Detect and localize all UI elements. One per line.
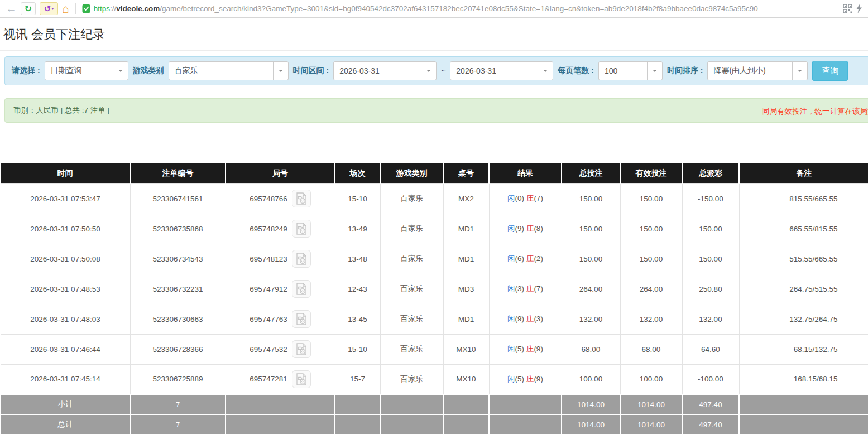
chevron-down-icon[interactable] bbox=[273, 62, 288, 80]
video-replay-button[interactable] bbox=[292, 220, 311, 238]
home-icon[interactable]: ⌂ bbox=[62, 2, 69, 16]
cell-bet-id: 523306732231 bbox=[130, 274, 226, 304]
video-record-icon bbox=[296, 313, 307, 325]
qr-code-icon[interactable] bbox=[843, 4, 852, 13]
cell-round: 695747281 bbox=[226, 364, 335, 394]
cell-session: 15-10 bbox=[335, 334, 380, 364]
chevron-down-icon[interactable] bbox=[647, 62, 662, 80]
cell-valid-bet: 68.00 bbox=[620, 334, 682, 364]
cell-time: 2026-03-31 07:50:08 bbox=[1, 244, 130, 274]
cell-round: 695747912 bbox=[226, 274, 335, 304]
chevron-down-icon[interactable] bbox=[113, 62, 128, 80]
cell-payout: 132.00 bbox=[682, 304, 739, 334]
cell-result: 闲(3) 庄(7) bbox=[489, 274, 562, 304]
lightning-icon[interactable] bbox=[856, 4, 862, 13]
date-range-label: 时间区间 : bbox=[293, 66, 329, 76]
round-number: 695747281 bbox=[250, 375, 287, 383]
cell-result: 闲(9) 庄(3) bbox=[489, 304, 562, 334]
date-from-select[interactable]: 2026-03-31 bbox=[333, 61, 437, 80]
cell-game-type: 百家乐 bbox=[380, 334, 443, 364]
address-bar[interactable]: https://videoie.com/game/betrecord_searc… bbox=[82, 2, 840, 16]
sort-order-select[interactable]: 降幂(由大到小) bbox=[707, 61, 808, 80]
cell-bet-id: 523306734543 bbox=[130, 244, 226, 274]
subtotal-total-bet: 1014.00 bbox=[562, 394, 620, 414]
search-button[interactable]: 查询 bbox=[812, 61, 848, 81]
video-replay-button[interactable] bbox=[292, 280, 311, 298]
page-size-select[interactable]: 100 bbox=[598, 61, 663, 80]
round-number: 695748249 bbox=[250, 225, 287, 233]
cell-total-bet: 150.00 bbox=[562, 244, 620, 274]
cell-session: 13-49 bbox=[335, 214, 380, 244]
round-number: 695747912 bbox=[250, 285, 287, 293]
video-record-icon bbox=[296, 192, 307, 205]
sort-order-label: 时间排序 : bbox=[667, 66, 703, 76]
video-record-icon bbox=[296, 373, 307, 385]
video-replay-button[interactable] bbox=[292, 340, 311, 358]
filter-bar: 请选择 : 日期查询 游戏类别 百家乐 时间区间 : 2026-03-31 ~ … bbox=[4, 56, 868, 85]
cell-round: 695748249 bbox=[226, 214, 335, 244]
subtotal-label: 小计 bbox=[1, 394, 130, 414]
video-replay-button[interactable] bbox=[292, 310, 311, 328]
cell-payout: 250.80 bbox=[682, 274, 739, 304]
result-banker: 庄 bbox=[526, 375, 534, 383]
header-valid-bet: 有效投注 bbox=[620, 163, 682, 183]
cell-session: 13-48 bbox=[335, 244, 380, 274]
page-title: 视讯 会员下注纪录 bbox=[3, 26, 868, 43]
cell-game-type: 百家乐 bbox=[380, 304, 443, 334]
chevron-down-icon[interactable] bbox=[538, 62, 553, 80]
chevron-down-icon[interactable] bbox=[421, 62, 436, 80]
table-header: 时间 注单编号 局号 场次 游戏类别 桌号 结果 总投注 有效投注 总派彩 备注 bbox=[1, 163, 868, 183]
cell-session: 13-45 bbox=[335, 304, 380, 334]
cell-game-type: 百家乐 bbox=[380, 274, 443, 304]
total-row: 总计 7 1014.00 1014.00 497.40 bbox=[1, 414, 868, 434]
summary-bar: 币别：人民币 | 总共 :7 注单 | 同局有效投注，统一计算在该局第一笔注单 bbox=[4, 98, 868, 123]
cell-remark: 68.15/132.75 bbox=[739, 334, 868, 364]
cell-result: 闲(6) 庄(2) bbox=[489, 244, 562, 274]
date-to-select[interactable]: 2026-03-31 bbox=[450, 61, 553, 80]
subtotal-payout: 497.40 bbox=[682, 394, 739, 414]
cell-game-type: 百家乐 bbox=[380, 214, 443, 244]
currency-total-summary: 币别：人民币 | 总共 :7 注单 | bbox=[13, 105, 109, 115]
cell-total-bet: 264.00 bbox=[562, 274, 620, 304]
undo-icon[interactable]: ↺▾ bbox=[40, 2, 58, 15]
result-player: 闲 bbox=[507, 194, 515, 202]
cell-payout: -100.00 bbox=[682, 364, 739, 394]
table-row: 2026-03-31 07:53:47 523306741561 6957487… bbox=[1, 183, 868, 214]
result-banker: 庄 bbox=[526, 224, 534, 233]
result-banker: 庄 bbox=[526, 194, 534, 202]
cell-payout: 64.60 bbox=[682, 334, 739, 364]
page-header: 视讯 会员下注纪录 bbox=[0, 18, 868, 51]
cell-time: 2026-03-31 07:45:14 bbox=[1, 364, 130, 394]
date-to-value: 2026-03-31 bbox=[450, 62, 538, 80]
video-replay-button[interactable] bbox=[292, 370, 311, 388]
result-player: 闲 bbox=[507, 224, 515, 233]
toolbar-divider bbox=[75, 3, 76, 14]
query-mode-select[interactable]: 日期查询 bbox=[45, 61, 128, 80]
game-type-select[interactable]: 百家乐 bbox=[169, 61, 289, 80]
cell-remark: 264.75/515.55 bbox=[739, 274, 868, 304]
page-size-value: 100 bbox=[599, 62, 647, 80]
cell-table-no: MD1 bbox=[443, 214, 489, 244]
cell-total-bet: 150.00 bbox=[562, 183, 620, 214]
cell-session: 12-43 bbox=[335, 274, 380, 304]
cell-game-type: 百家乐 bbox=[380, 364, 443, 394]
cell-round: 695748766 bbox=[226, 183, 335, 214]
cell-remark: 168.15/68.15 bbox=[739, 364, 868, 394]
round-number: 695747532 bbox=[250, 345, 287, 354]
undo-dropdown-caret[interactable]: ▾ bbox=[51, 6, 54, 11]
refresh-icon[interactable]: ↻ bbox=[21, 2, 36, 15]
back-icon[interactable]: ← bbox=[6, 3, 17, 15]
cell-remark: 815.55/665.55 bbox=[739, 183, 868, 214]
cell-round: 695747532 bbox=[226, 334, 335, 364]
security-shield-icon bbox=[82, 4, 90, 13]
cell-table-no: MD1 bbox=[443, 244, 489, 274]
result-player: 闲 bbox=[507, 315, 515, 323]
cell-table-no: MX10 bbox=[443, 364, 489, 394]
video-record-icon bbox=[296, 343, 307, 355]
video-replay-button[interactable] bbox=[292, 190, 311, 207]
cell-time: 2026-03-31 07:46:44 bbox=[1, 334, 130, 364]
video-replay-button[interactable] bbox=[292, 250, 311, 268]
browser-toolbar: ← ↻ ↺▾ ⌂ https://videoie.com/game/betrec… bbox=[0, 0, 868, 18]
chevron-down-icon[interactable] bbox=[792, 62, 807, 80]
cell-result: 闲(5) 庄(9) bbox=[489, 334, 562, 364]
